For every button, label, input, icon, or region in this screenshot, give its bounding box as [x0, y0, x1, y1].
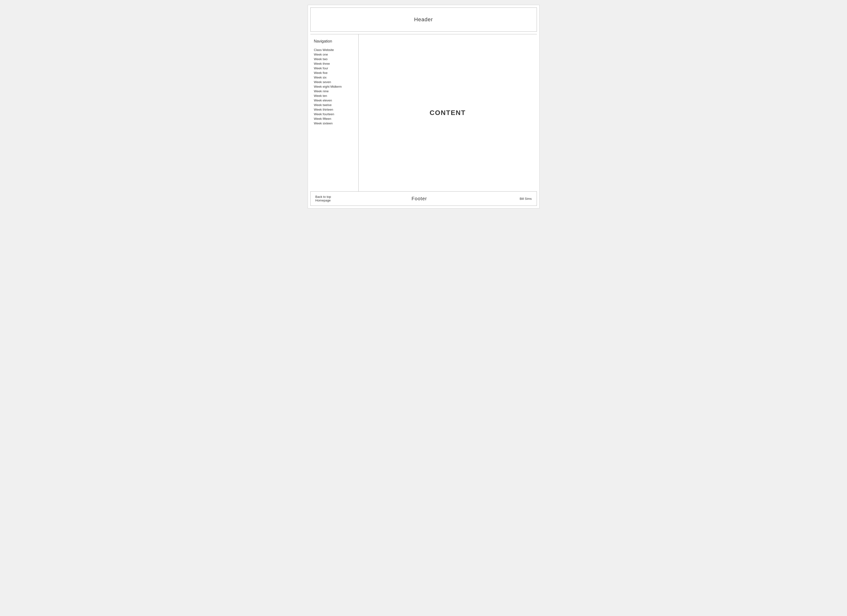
nav-link-week-fourteen[interactable]: Week fourteen — [314, 112, 355, 116]
nav-list-item: Week two — [314, 57, 355, 61]
main-section: Navigation Class WebsiteWeek oneWeek two… — [310, 34, 537, 191]
back-to-top-link[interactable]: Back to top — [316, 195, 331, 199]
nav-list-item: Week four — [314, 66, 355, 70]
nav-link-week-one[interactable]: Week one — [314, 52, 355, 56]
footer-left: Back to top Homepage — [316, 195, 331, 202]
nav-link-week-ten[interactable]: Week ten — [314, 94, 355, 98]
nav-list-item: Week nine — [314, 89, 355, 93]
nav-list-item: Week five — [314, 71, 355, 75]
footer-author: Bill Sims — [508, 197, 532, 201]
nav-link-week-twelve[interactable]: Week twelve — [314, 103, 355, 107]
nav-link-week-eleven[interactable]: Week eleven — [314, 98, 355, 102]
footer-center-title: Footer — [331, 196, 508, 201]
nav-link-week-five[interactable]: Week five — [314, 71, 355, 75]
nav-link-week-sixteen[interactable]: Week sixteen — [314, 121, 355, 126]
nav-section: Navigation Class WebsiteWeek oneWeek two… — [310, 34, 359, 191]
homepage-link[interactable]: Homepage — [316, 199, 331, 202]
nav-link-week-nine[interactable]: Week nine — [314, 89, 355, 93]
nav-list-item: Week ten — [314, 94, 355, 98]
nav-links: Class WebsiteWeek oneWeek twoWeek threeW… — [314, 48, 355, 126]
nav-list-item: Week seven — [314, 80, 355, 84]
header-title: Header — [414, 16, 433, 23]
nav-link-week-seven[interactable]: Week seven — [314, 80, 355, 84]
header-section: Header — [310, 7, 537, 32]
page-wrapper: Header Navigation Class WebsiteWeek oneW… — [308, 5, 540, 208]
nav-list-item: Week sixteen — [314, 121, 355, 126]
footer-section: Back to top Homepage Footer Bill Sims — [310, 191, 537, 206]
nav-list-item: Week six — [314, 75, 355, 80]
nav-list-item: Week eight Midterm — [314, 84, 355, 89]
nav-list-item: Week three — [314, 62, 355, 66]
nav-link-class-website[interactable]: Class Website — [314, 48, 355, 52]
nav-list-item: Week twelve — [314, 103, 355, 107]
nav-link-week-eight-midterm[interactable]: Week eight Midterm — [314, 84, 355, 89]
nav-link-week-thirteen[interactable]: Week thirteen — [314, 108, 355, 112]
nav-list-item: Week eleven — [314, 98, 355, 102]
nav-link-week-fifteen[interactable]: Week fifteen — [314, 117, 355, 121]
content-label: CONTENT — [429, 109, 466, 117]
nav-title: Navigation — [314, 39, 355, 43]
nav-list-item: Week thirteen — [314, 108, 355, 112]
nav-link-week-three[interactable]: Week three — [314, 62, 355, 66]
nav-link-week-four[interactable]: Week four — [314, 66, 355, 70]
nav-list-item: Week fourteen — [314, 112, 355, 116]
nav-list-item: Class Website — [314, 48, 355, 52]
content-section: CONTENT — [359, 34, 537, 191]
nav-list-item: Week one — [314, 52, 355, 56]
nav-list-item: Week fifteen — [314, 117, 355, 121]
nav-link-week-six[interactable]: Week six — [314, 75, 355, 80]
nav-link-week-two[interactable]: Week two — [314, 57, 355, 61]
